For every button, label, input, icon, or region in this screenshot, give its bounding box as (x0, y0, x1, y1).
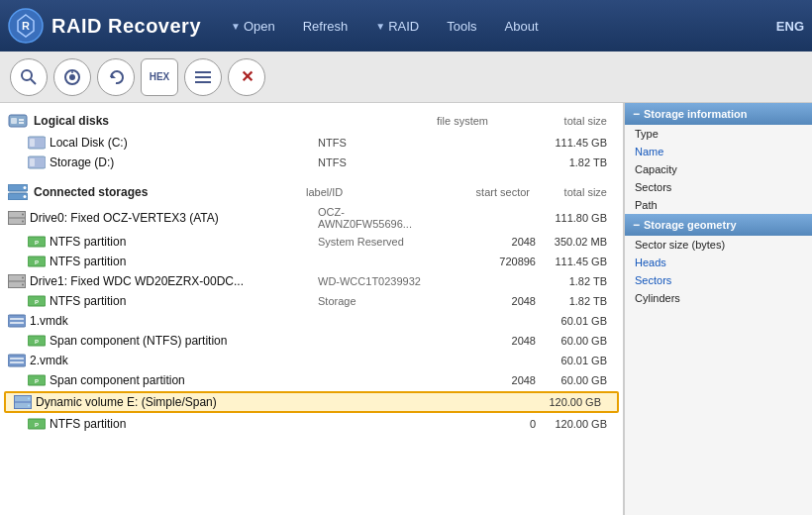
svg-text:P: P (35, 422, 39, 428)
drive-label: WD-WCC1T0239932 (318, 275, 437, 287)
list-item[interactable]: 1.vmdk 60.01 GB (0, 311, 623, 331)
partition-size: 350.02 MB (536, 236, 615, 248)
vmdk-size: 60.01 GB (536, 315, 615, 327)
list-item[interactable]: 2.vmdk 60.01 GB (0, 351, 623, 370)
search-icon (20, 68, 38, 86)
svg-point-54 (28, 405, 30, 407)
svg-point-23 (24, 195, 27, 198)
svg-text:P: P (35, 299, 39, 305)
list-item[interactable]: Local Disk (C:) NTFS 111.45 GB (0, 133, 623, 153)
svg-point-28 (22, 221, 24, 223)
nav-open-arrow: ▼ (231, 21, 241, 32)
svg-rect-17 (30, 139, 35, 147)
drive-icon (8, 211, 26, 225)
ntfs-partition-icon: P (28, 373, 46, 387)
partition-start: 2048 (437, 295, 536, 307)
nav-tools[interactable]: Tools (441, 15, 482, 38)
svg-text:P: P (35, 259, 39, 265)
search-button[interactable] (10, 58, 48, 96)
svg-line-4 (31, 79, 36, 84)
ntfs-partition-icon: P (28, 235, 46, 249)
storage-disk-icon (28, 155, 46, 169)
svg-point-22 (24, 186, 27, 189)
drive-name: Drive0: Fixed OCZ-VERTEX3 (ATA) (30, 211, 318, 225)
list-item[interactable]: P NTFS partition Storage 2048 1.82 TB (0, 291, 623, 311)
list-item[interactable]: Dynamic volume E: (Simple/Span) 120.00 G… (4, 391, 619, 413)
collapse-storage-info[interactable]: − (633, 107, 640, 121)
label-col-header: label/ID (306, 186, 425, 198)
disk-fs: NTFS (318, 156, 437, 168)
storage-section-icon (8, 184, 28, 200)
partition-name: NTFS partition (50, 235, 318, 249)
svg-point-36 (22, 277, 24, 279)
logical-disks-label: Logical disks (34, 114, 109, 128)
vmdk-name: 1.vmdk (30, 314, 318, 328)
totalsize-col-header: total size (536, 186, 615, 198)
info-sector-size: Sector size (bytes) (625, 236, 812, 254)
partition-size: 120.00 GB (536, 418, 615, 430)
analyze-button[interactable] (53, 58, 91, 96)
svg-point-3 (22, 70, 32, 80)
svg-rect-45 (8, 355, 26, 366)
list-item[interactable]: P NTFS partition System Reserved 2048 35… (0, 232, 623, 252)
partition-start: 2048 (437, 335, 536, 347)
list-item[interactable]: P NTFS partition 720896 111.45 GB (0, 252, 623, 271)
start-col-header: start sector (431, 186, 530, 198)
svg-marker-8 (111, 73, 116, 78)
list-icon (195, 70, 211, 84)
language-selector[interactable]: ENG (776, 19, 804, 34)
list-item[interactable]: Drive0: Fixed OCZ-VERTEX3 (ATA) OCZ-AWNZ… (0, 204, 623, 232)
partition-size: 60.00 GB (536, 335, 615, 347)
disk-fs: NTFS (318, 137, 437, 149)
svg-text:P: P (35, 339, 39, 345)
recover-button[interactable] (97, 58, 135, 96)
partition-start: 2048 (437, 236, 536, 248)
right-panel: − Storage information Type Name Capacity… (624, 103, 812, 515)
disk-size: 111.45 GB (536, 137, 615, 149)
partition-name: NTFS partition (50, 255, 318, 268)
hex-button[interactable]: HEX (141, 58, 178, 96)
disk-size: 1.82 TB (536, 156, 615, 168)
storage-geometry-header: − Storage geometry (625, 214, 812, 236)
logical-disk-icon (8, 113, 28, 129)
partition-label: System Reserved (318, 236, 437, 248)
local-disk-icon (28, 136, 46, 150)
nav-about[interactable]: About (499, 15, 545, 38)
list-item[interactable]: Storage (D:) NTFS 1.82 TB (0, 153, 623, 172)
svg-rect-10 (195, 76, 211, 78)
partition-size: 111.45 GB (536, 256, 615, 267)
nav-refresh[interactable]: Refresh (297, 15, 355, 38)
ntfs-partition-icon: P (28, 417, 46, 431)
svg-rect-19 (30, 158, 35, 166)
partition-start: 2048 (437, 374, 536, 386)
partition-size: 1.82 TB (536, 295, 615, 307)
partition-start: 0 (437, 418, 536, 430)
list-item[interactable]: P Span component partition 2048 60.00 GB (0, 370, 623, 390)
close-button[interactable]: ✕ (228, 58, 265, 96)
list-item[interactable]: P Span component (NTFS) partition 2048 6… (0, 331, 623, 351)
svg-rect-42 (10, 322, 24, 324)
info-capacity: Capacity (625, 160, 812, 178)
nav-raid-arrow: ▼ (375, 21, 385, 32)
svg-rect-46 (10, 358, 24, 360)
list-button[interactable] (184, 58, 222, 96)
svg-point-37 (22, 284, 24, 286)
nav-raid[interactable]: ▼ RAID (369, 15, 425, 38)
disk-name: Local Disk (C:) (50, 136, 318, 150)
svg-text:P: P (35, 378, 39, 384)
toolbar: HEX ✕ (0, 52, 812, 103)
logo-area: R RAID Recovery (8, 8, 201, 44)
app-title: RAID Recovery (51, 15, 201, 38)
info-cylinders: Cylinders (625, 289, 812, 307)
partition-name: Span component (NTFS) partition (50, 334, 318, 348)
info-sectors: Sectors (625, 178, 812, 196)
svg-rect-11 (195, 81, 211, 83)
list-item[interactable]: P NTFS partition 0 120.00 GB (0, 414, 623, 434)
nav-open[interactable]: ▼ Open (225, 15, 281, 38)
main-content: Logical disks file system total size Loc… (0, 103, 812, 515)
collapse-storage-geometry[interactable]: − (633, 218, 640, 232)
svg-rect-40 (8, 315, 26, 327)
list-item[interactable]: Drive1: Fixed WDC WD20EZRX-00DC... WD-WC… (0, 271, 623, 291)
svg-rect-9 (195, 71, 211, 73)
svg-rect-47 (10, 361, 24, 363)
